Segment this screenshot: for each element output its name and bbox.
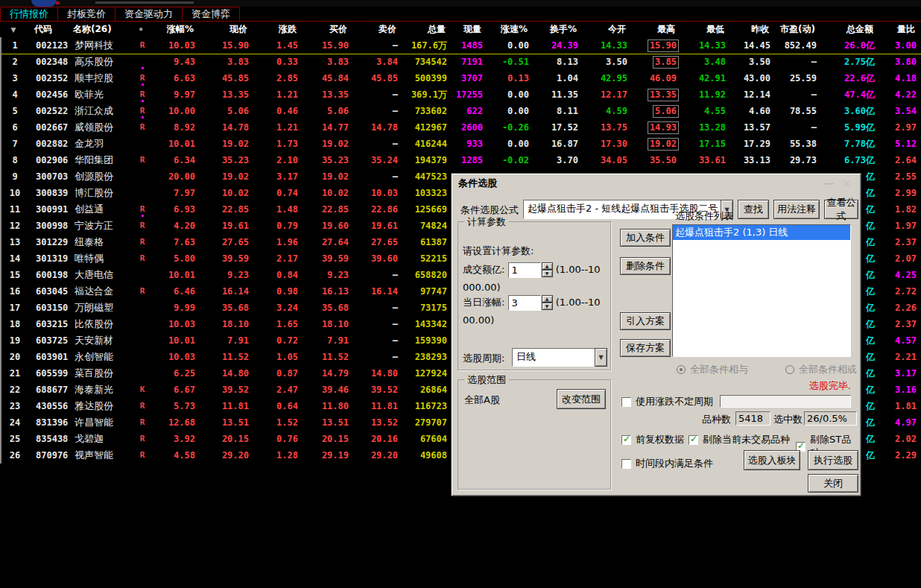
table-cell: — [353, 37, 402, 54]
select-to-block-button[interactable]: 选股入板块 [744, 450, 800, 470]
column-header[interactable]: 现量 [450, 23, 484, 36]
checkbox-forward-adjust[interactable]: 前复权数据 [621, 433, 684, 446]
column-header[interactable]: 总量 [401, 23, 450, 36]
save-plan-button[interactable]: 保存方案 [620, 339, 671, 357]
spin-up-icon[interactable]: ▲ [542, 262, 553, 270]
tab-资金驱动力[interactable]: 资金驱动力 [115, 7, 183, 21]
table-cell: 0.00 [486, 86, 534, 103]
table-row[interactable]: 4002456欧菲光R9.9713.351.2113.35—369.1万1725… [1, 86, 921, 103]
tab-行情报价[interactable]: 行情报价 [0, 7, 58, 21]
table-cell: — [353, 86, 402, 103]
table-cell: 20.16 [353, 431, 402, 447]
table-cell: 22 [1, 382, 28, 398]
table-cell: 梦网科技 [73, 37, 133, 54]
column-header[interactable]: 市盈(动) [773, 23, 820, 36]
column-header[interactable]: • [131, 25, 151, 35]
condition-list-item[interactable]: 起爆点狙击手2 (1,3) 日线 [673, 225, 850, 240]
find-button[interactable]: 查找 [738, 200, 769, 219]
column-header[interactable]: ▼ [0, 26, 27, 34]
spin-down-icon[interactable]: ▼ [542, 303, 553, 310]
table-cell: 海泰新光 [73, 382, 133, 398]
table-row[interactable]: 6002667威领股份R8.9214.781.2114.7714.7841296… [1, 119, 921, 136]
checkbox-exclude-untraded[interactable]: 剔除当前未交易品种 [689, 433, 790, 446]
radio-unselected-icon[interactable] [785, 365, 794, 374]
table-cell: 11.81 [200, 398, 253, 414]
column-header[interactable]: 现价 [198, 23, 252, 36]
table-cell: 300991 [28, 201, 73, 218]
column-header[interactable]: 最高 [630, 23, 680, 36]
column-header[interactable]: 涨幅% [151, 23, 198, 36]
checkbox-icon[interactable] [621, 397, 631, 407]
gain-param-spinner[interactable]: ▲▼ [542, 295, 553, 311]
table-cell: 2.47 [253, 382, 303, 398]
radio-all-or[interactable]: 全部条件相或 [785, 363, 857, 376]
table-row[interactable]: 2002348高乐股份9.433.830.333.833.84734542719… [1, 54, 921, 70]
column-header[interactable]: 代码 [27, 23, 72, 36]
checkbox-custom-period[interactable]: 使用涨跌不定周期 [621, 395, 713, 408]
period-select[interactable]: 日线 ▼ [512, 348, 607, 367]
column-header[interactable]: 涨速% [484, 23, 532, 36]
table-cell: 11.92 [681, 86, 730, 103]
table-cell: 658820 [402, 267, 452, 283]
table-cell: 2600 [452, 119, 486, 136]
checkbox-checked-icon[interactable] [621, 435, 631, 445]
import-plan-button[interactable]: 引入方案 [620, 312, 671, 330]
table-row[interactable]: 1002123梦网科技R10.0315.901.4515.90—167.6万14… [1, 37, 921, 54]
checkbox-time-range[interactable]: 时间段内满足条件 [621, 457, 713, 470]
turnover-param-spinner[interactable]: ▲▼ [542, 262, 553, 278]
custom-period-field[interactable] [720, 395, 851, 408]
column-header[interactable]: 昨收 [729, 23, 773, 36]
table-row[interactable]: 3002352顺丰控股R6.6345.852.8545.8445.8550039… [1, 70, 921, 86]
add-condition-button[interactable]: 加入条件 [620, 229, 671, 247]
column-header[interactable]: 最低 [680, 23, 729, 36]
table-cell: 3.80 [879, 54, 921, 70]
table-row[interactable]: 5002522浙江众成R10.005.060.465.06—7336026220… [1, 103, 921, 119]
spin-up-icon[interactable]: ▲ [542, 295, 553, 303]
turnover-param-label: 成交额亿: [463, 264, 504, 275]
change-scope-button[interactable]: 改变范围 [557, 389, 606, 409]
minimize-button[interactable]: — [822, 174, 835, 193]
table-row[interactable]: 7002882金龙羽10.0119.021.7319.02—4162449330… [1, 136, 921, 152]
spin-down-icon[interactable]: ▼ [542, 270, 553, 277]
table-row[interactable]: 8002906华阳集团R6.3435.232.1035.2335.2419437… [1, 152, 921, 168]
close-dialog-button[interactable]: 关闭 [808, 474, 858, 493]
checkbox-custom-period-label: 使用涨跌不定周期 [636, 395, 713, 408]
table-cell: 39.59 [200, 250, 253, 267]
delete-condition-button[interactable]: 删除条件 [620, 257, 671, 275]
table-cell: 16.14 [200, 283, 253, 300]
table-cell: 3.92 [152, 431, 200, 447]
radio-all-and[interactable]: 全部条件相与 [677, 363, 748, 376]
close-icon[interactable]: × [840, 174, 853, 193]
table-cell: 3.50 [583, 54, 632, 70]
execute-button[interactable]: 执行选股 [808, 450, 858, 470]
dialog-titlebar[interactable]: 条件选股 — × [452, 174, 861, 193]
checkbox-icon[interactable] [621, 459, 631, 469]
table-cell: 19.02 [200, 136, 253, 152]
table-cell: — [353, 332, 402, 349]
dropdown-arrow-icon[interactable]: ▼ [595, 348, 607, 367]
tab-资金博弈[interactable]: 资金博弈 [182, 7, 240, 21]
table-cell: 45.84 [303, 70, 353, 86]
table-cell: 3.60亿 [821, 103, 879, 119]
column-header[interactable]: 名称(26) [72, 23, 131, 36]
column-header[interactable]: 买价 [301, 23, 352, 36]
column-header[interactable]: 今开 [581, 23, 630, 36]
column-header[interactable]: 卖价 [352, 23, 401, 36]
usage-notes-button[interactable]: 用法注释 [773, 200, 820, 219]
app-window: 行情报价封板竞价资金驱动力资金博弈 ▼代码名称(26)•涨幅%现价涨跌买价卖价总… [0, 0, 921, 588]
view-formula-button[interactable]: 查看公式 [824, 200, 858, 219]
table-cell: 11 [1, 201, 28, 218]
scope-group: 选股范围 全部A股 改变范围 [458, 379, 611, 490]
column-header[interactable]: 量比 [878, 23, 921, 36]
checkbox-checked-icon[interactable] [689, 435, 698, 445]
column-header[interactable]: 换手% [532, 23, 581, 36]
column-header[interactable]: 涨跌 [252, 23, 301, 36]
gain-param-input[interactable]: 3 [508, 295, 541, 311]
column-header[interactable]: 总金额 [820, 23, 878, 36]
turnover-param-input[interactable]: 1 [508, 262, 541, 278]
tab-封板竞价[interactable]: 封板竞价 [57, 7, 115, 21]
condition-list[interactable]: 起爆点狙击手2 (1,3) 日线 [672, 224, 851, 357]
radio-selected-icon[interactable] [677, 365, 686, 374]
table-cell: 7 [1, 136, 28, 152]
table-cell: 116723 [402, 398, 452, 414]
